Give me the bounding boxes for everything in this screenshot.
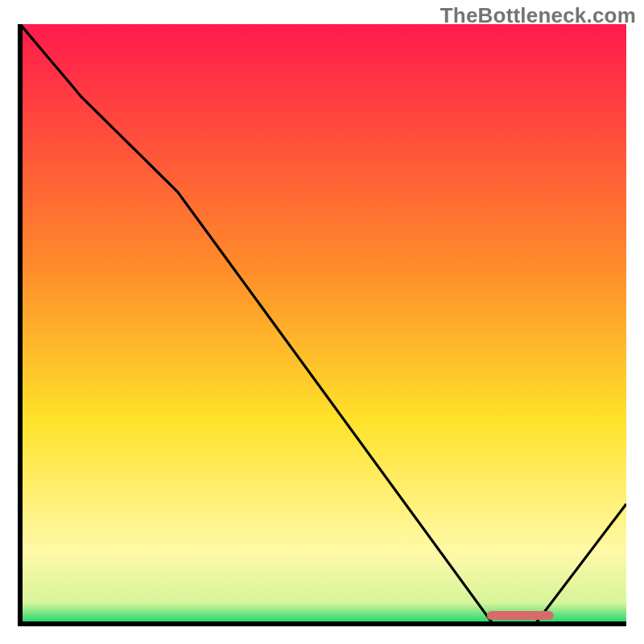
bottleneck-range-marker [487, 611, 554, 620]
bottleneck-line-chart [18, 24, 626, 626]
gradient-background [20, 24, 626, 624]
chart-frame: TheBottleneck.com [0, 0, 644, 644]
plot-area [18, 24, 626, 626]
